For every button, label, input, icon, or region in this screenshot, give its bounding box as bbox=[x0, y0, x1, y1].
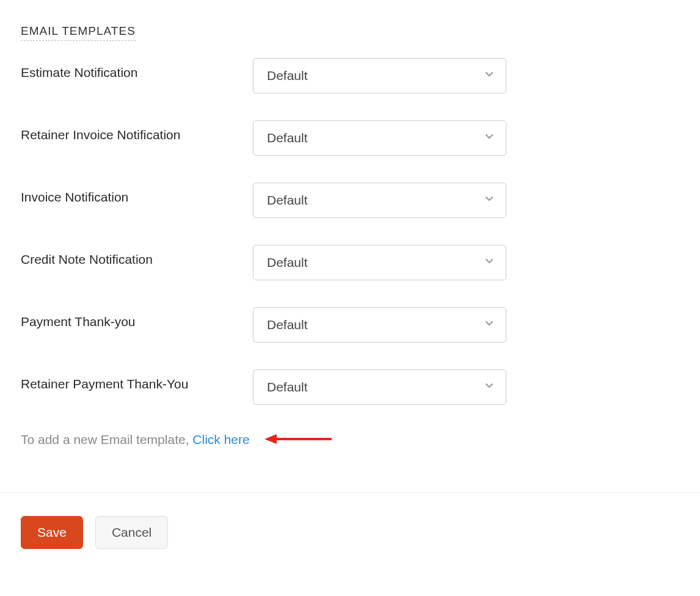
field-label: Retainer Invoice Notification bbox=[21, 120, 253, 145]
field-credit-note-notification: Credit Note Notification Default bbox=[21, 245, 679, 280]
select-value[interactable]: Default bbox=[253, 120, 506, 156]
select-value[interactable]: Default bbox=[253, 369, 506, 405]
section-title: EMAIL TEMPLATES bbox=[21, 24, 136, 41]
field-label: Retainer Payment Thank-You bbox=[21, 369, 253, 394]
select-estimate-notification[interactable]: Default bbox=[253, 58, 506, 93]
save-button[interactable]: Save bbox=[21, 516, 83, 549]
select-value[interactable]: Default bbox=[253, 58, 506, 93]
select-value[interactable]: Default bbox=[253, 307, 506, 343]
divider bbox=[0, 492, 700, 493]
helper-text: To add a new Email template, Click here bbox=[21, 432, 679, 449]
field-payment-thank-you: Payment Thank-you Default bbox=[21, 307, 679, 343]
select-value[interactable]: Default bbox=[253, 245, 506, 280]
field-label: Credit Note Notification bbox=[21, 245, 253, 269]
svg-marker-1 bbox=[264, 434, 277, 444]
select-invoice-notification[interactable]: Default bbox=[253, 183, 506, 218]
select-retainer-invoice-notification[interactable]: Default bbox=[253, 120, 506, 156]
select-value[interactable]: Default bbox=[253, 183, 506, 218]
field-label: Estimate Notification bbox=[21, 58, 253, 82]
select-credit-note-notification[interactable]: Default bbox=[253, 245, 506, 280]
arrow-annotation-icon bbox=[264, 432, 332, 449]
add-template-link[interactable]: Click here bbox=[192, 432, 249, 446]
select-payment-thank-you[interactable]: Default bbox=[253, 307, 506, 343]
cancel-button[interactable]: Cancel bbox=[95, 516, 168, 549]
helper-prefix: To add a new Email template, bbox=[21, 432, 192, 446]
button-bar: Save Cancel bbox=[21, 516, 679, 549]
field-label: Payment Thank-you bbox=[21, 307, 253, 332]
field-invoice-notification: Invoice Notification Default bbox=[21, 183, 679, 218]
field-retainer-payment-thank-you: Retainer Payment Thank-You Default bbox=[21, 369, 679, 405]
field-retainer-invoice-notification: Retainer Invoice Notification Default bbox=[21, 120, 679, 156]
field-estimate-notification: Estimate Notification Default bbox=[21, 58, 679, 93]
field-label: Invoice Notification bbox=[21, 183, 253, 207]
select-retainer-payment-thank-you[interactable]: Default bbox=[253, 369, 506, 405]
